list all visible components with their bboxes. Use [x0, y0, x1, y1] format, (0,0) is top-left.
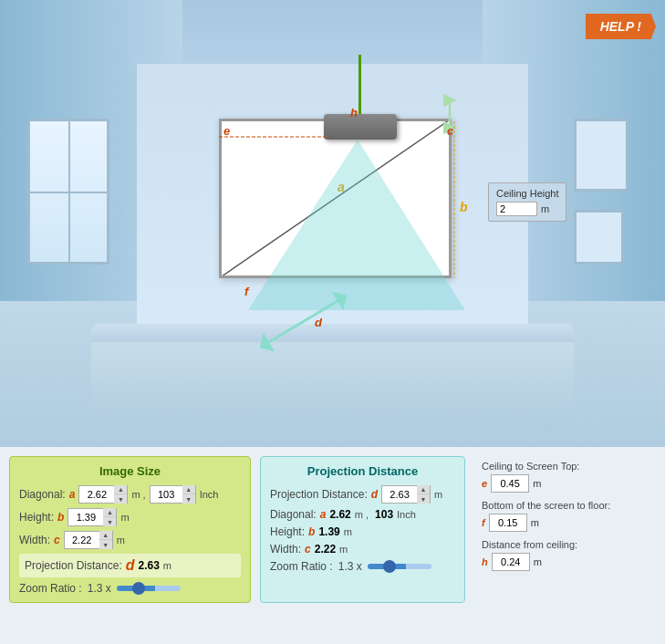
proj-dist-value-input[interactable]	[382, 486, 417, 503]
screen-floor-letter: f	[482, 517, 485, 528]
width-letter-c: c	[54, 534, 60, 546]
dist-ceiling-row: Distance from ceiling: h m	[482, 539, 649, 571]
height-row: Height: b ▲ ▼ m	[19, 508, 241, 526]
height-spin[interactable]: ▲ ▼	[68, 508, 117, 526]
ceiling-screen-top-letter: e	[482, 478, 487, 489]
diagonal-unit-inch: Inch	[200, 489, 219, 500]
proj-dist-label: Projection Distance:	[270, 488, 368, 501]
width-spin-down[interactable]: ▼	[99, 540, 112, 549]
height-label: Height:	[19, 511, 54, 524]
height-spin-buttons: ▲ ▼	[103, 508, 116, 526]
ceiling-height-label: Ceiling Height	[496, 188, 558, 199]
image-size-title: Image Size	[19, 464, 241, 478]
proj-dist-spin-buttons: ▲ ▼	[417, 485, 430, 504]
width-value-input[interactable]	[65, 532, 99, 548]
ceiling-screen-top-title: Ceiling to Screen Top:	[482, 461, 649, 472]
proj-dist-panel: Projection Distance Projection Distance:…	[260, 456, 465, 603]
right-info-panel: Ceiling to Screen Top: e m Bottom of the…	[474, 456, 656, 603]
diagonal-inch-input[interactable]: ▲ ▼	[150, 485, 196, 504]
proj-diagonal-letter-a: a	[320, 508, 327, 521]
width-label: Width:	[19, 534, 50, 546]
diagonal-spin-up[interactable]: ▲	[114, 485, 127, 494]
proj-width-value: 2.22	[315, 543, 336, 556]
proj-diagonal-unit-m: m ,	[355, 509, 369, 520]
proj-zoom-value: 1.3 x	[338, 560, 362, 573]
image-proj-unit: m	[163, 560, 171, 571]
proj-dist-spin[interactable]: ▲ ▼	[381, 485, 431, 504]
image-proj-label: Projection Distance:	[25, 559, 122, 572]
screen-floor-unit: m	[531, 517, 539, 528]
diagonal-unit-m: m ,	[131, 489, 145, 500]
width-row: Width: c ▲ ▼ m	[19, 531, 241, 549]
screen-floor-input[interactable]	[489, 514, 527, 532]
dist-ceiling-title: Distance from ceiling:	[482, 539, 649, 550]
proj-dist-letter-d: d	[371, 488, 378, 501]
width-spin[interactable]: ▲ ▼	[64, 531, 113, 549]
diagonal-value-input[interactable]	[79, 486, 114, 503]
proj-diagonal-label: Diagonal:	[270, 508, 317, 521]
proj-height-row: Height: b 1.39 m	[270, 525, 455, 538]
proj-dist-spin-down[interactable]: ▼	[417, 494, 430, 504]
ceiling-height-input[interactable]	[496, 202, 537, 216]
height-value-input[interactable]	[68, 509, 103, 525]
diagonal-letter-a: a	[69, 488, 76, 501]
ceiling-height-unit: m	[541, 203, 549, 214]
couch	[91, 338, 574, 429]
width-spin-buttons: ▲ ▼	[99, 531, 112, 549]
image-zoom-slider[interactable]	[117, 586, 181, 591]
height-spin-down[interactable]: ▼	[103, 517, 116, 526]
image-zoom-value: 1.3 x	[88, 582, 111, 595]
diagonal-label: Diagonal:	[19, 488, 66, 501]
width-spin-up[interactable]: ▲	[99, 531, 112, 540]
diagonal-spin-down[interactable]: ▼	[114, 494, 127, 504]
diagonal-inch-down[interactable]: ▼	[182, 494, 195, 504]
diagonal-inch-value[interactable]	[151, 486, 182, 503]
diagonal-spin-buttons: ▲ ▼	[114, 485, 127, 504]
screen-floor-row: Bottom of the screen to floor: f m	[482, 500, 649, 532]
ceiling-screen-top-input[interactable]	[491, 474, 529, 493]
proj-zoom-label: Zoom Ratio :	[270, 560, 333, 573]
ceiling-screen-top-unit: m	[533, 478, 541, 489]
screen-floor-title: Bottom of the screen to floor:	[482, 500, 649, 511]
diagonal-row: Diagonal: a ▲ ▼ m , ▲ ▼ In	[19, 485, 241, 504]
laser-line	[358, 55, 361, 114]
proj-dist-title: Projection Distance	[270, 464, 455, 478]
height-spin-up[interactable]: ▲	[103, 508, 116, 517]
bottom-panels: Image Size Diagonal: a ▲ ▼ m , ▲	[0, 447, 665, 612]
image-zoom-row: Zoom Ratio : 1.3 x	[19, 582, 241, 595]
ceiling-height-box: Ceiling Height m	[488, 182, 566, 222]
picture-right-top	[574, 119, 629, 192]
dist-ceiling-input[interactable]	[492, 553, 530, 571]
proj-width-letter-c: c	[305, 543, 311, 556]
help-button[interactable]: HELP !	[586, 14, 656, 39]
proj-height-unit: m	[344, 526, 352, 537]
image-size-panel: Image Size Diagonal: a ▲ ▼ m , ▲	[9, 456, 251, 603]
proj-width-row: Width: c 2.22 m	[270, 543, 455, 556]
proj-height-value: 1.39	[318, 525, 339, 538]
proj-zoom-slider[interactable]	[368, 564, 431, 569]
image-zoom-label: Zoom Ratio :	[19, 582, 82, 595]
height-unit: m	[120, 512, 129, 523]
dist-ceiling-val: h m	[482, 553, 649, 571]
proj-dist-spin-up[interactable]: ▲	[417, 485, 430, 494]
image-proj-letter-d: d	[126, 557, 135, 574]
proj-dist-unit: m	[434, 489, 442, 500]
proj-diagonal-inch: 103	[375, 508, 393, 521]
height-letter-b: b	[57, 511, 64, 524]
projection-screen	[219, 119, 452, 278]
width-unit: m	[117, 535, 125, 545]
screen-floor-val: f m	[482, 514, 649, 532]
proj-height-letter-b: b	[308, 525, 315, 538]
diagonal-spin[interactable]: ▲ ▼	[78, 485, 128, 504]
dist-ceiling-letter: h	[482, 556, 488, 567]
dist-ceiling-unit: m	[534, 556, 542, 567]
proj-diagonal-value: 2.62	[329, 508, 350, 521]
room-visualization: e h c f d a b Ceiling Height m HELP !	[0, 0, 665, 447]
image-proj-value: 2.63	[139, 559, 160, 572]
image-proj-dist-row: Projection Distance: d 2.63 m	[19, 554, 241, 577]
svg-line-0	[223, 121, 447, 275]
diagonal-inch-up[interactable]: ▲	[182, 485, 195, 494]
proj-diagonal-unit-inch: Inch	[397, 509, 416, 520]
proj-width-label: Width:	[270, 543, 301, 556]
proj-zoom-row: Zoom Ratio : 1.3 x	[270, 560, 455, 573]
